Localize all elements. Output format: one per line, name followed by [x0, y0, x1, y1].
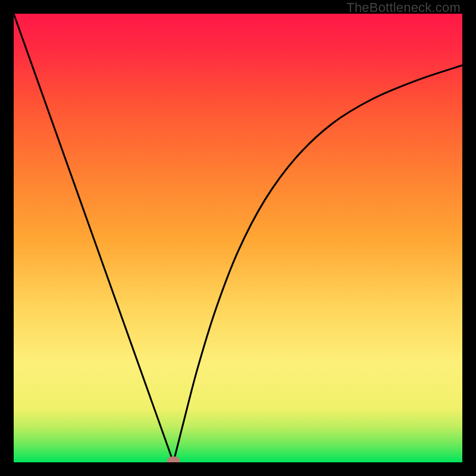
chart-background	[14, 14, 462, 462]
chart-svg	[14, 14, 462, 462]
chart-frame	[14, 14, 462, 462]
watermark-text: TheBottleneck.com	[346, 0, 461, 15]
